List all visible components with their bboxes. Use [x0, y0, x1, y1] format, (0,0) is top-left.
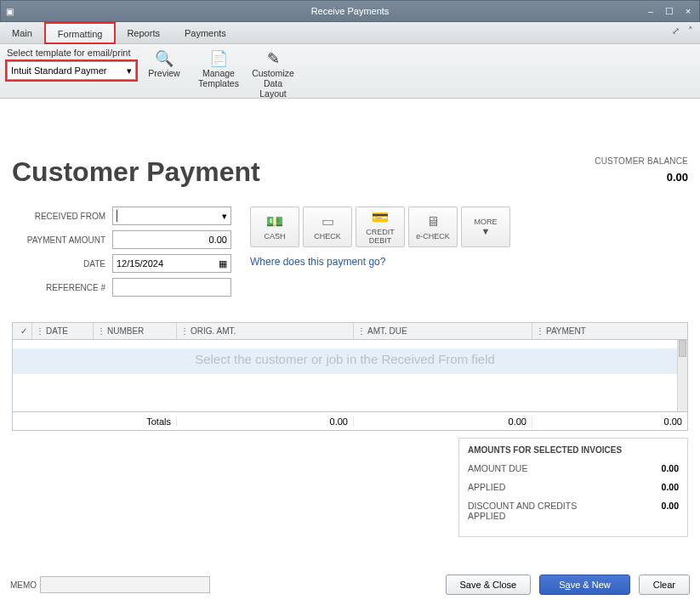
check-label: CHECK [314, 232, 341, 241]
chevron-down-icon: ▾ [127, 65, 132, 76]
date-value: 12/15/2024 [117, 258, 163, 269]
customer-balance-value: 0.00 [595, 171, 688, 184]
save-new-button[interactable]: Save & New [539, 575, 630, 595]
invoice-grid: ✓ ⋮DATE ⋮NUMBER ⋮ORIG. AMT. ⋮AMT. DUE ⋮P… [12, 322, 688, 431]
customer-balance-label: CUSTOMER BALANCE [595, 156, 688, 166]
date-label: DATE [12, 259, 112, 269]
column-payment[interactable]: ⋮PAYMENT [532, 323, 687, 339]
column-check[interactable]: ✓ [13, 323, 31, 339]
memo-input[interactable] [40, 576, 210, 593]
calendar-icon[interactable]: ▦ [219, 258, 227, 269]
save-close-button[interactable]: Save & Close [446, 575, 532, 595]
check-icon: ▭ [322, 213, 334, 229]
discount-value: 0.00 [662, 501, 679, 521]
window-menu-icon[interactable]: ▣ [6, 7, 14, 16]
titlebar: ▣ Receive Payments – ☐ × [0, 0, 700, 22]
credit-label-2: DEBIT [369, 236, 392, 245]
echeck-label: e-CHECK [416, 232, 450, 241]
collapse-ribbon-icon[interactable]: ˄ [688, 25, 693, 37]
totals-label: Totals [13, 416, 176, 427]
more-label: MORE [475, 218, 498, 226]
grid-scrollbar[interactable] [677, 340, 687, 411]
preview-button[interactable]: 🔍 Preview [138, 48, 191, 80]
manage-templates-label-1: Manage [202, 68, 235, 78]
payment-help-link[interactable]: Where does this payment go? [250, 256, 385, 268]
cash-label: CASH [264, 232, 285, 241]
cash-button[interactable]: 💵 CASH [250, 207, 299, 247]
customize-label-2: Data Layout [250, 78, 296, 99]
preview-label: Preview [148, 68, 179, 78]
expand-icon[interactable]: ⤢ [672, 25, 680, 37]
ribbon: Select template for email/print Intuit S… [0, 44, 700, 99]
template-select-value: Intuit Standard Paymer [11, 65, 107, 76]
payment-amount-label: PAYMENT AMOUNT [12, 235, 112, 245]
manage-templates-label-2: Templates [198, 78, 239, 88]
cash-icon: 💵 [266, 213, 283, 229]
template-label: Select template for email/print [7, 48, 131, 58]
memo-label: MEMO [10, 580, 37, 590]
amount-due-label: AMOUNT DUE [468, 463, 527, 473]
tab-bar: Main Formatting Reports Payments ⤢ ˄ [0, 22, 700, 44]
column-orig-amt[interactable]: ⋮ORIG. AMT. [176, 323, 353, 339]
check-button[interactable]: ▭ CHECK [303, 207, 352, 247]
discount-label: DISCOUNT AND CREDITSAPPLIED [468, 501, 577, 521]
more-payment-button[interactable]: MORE ▼ [461, 207, 510, 247]
page-heading: Customer Payment [12, 156, 260, 188]
manage-templates-button[interactable]: 📄 Manage Templates [192, 48, 245, 90]
totals-due: 0.00 [353, 416, 532, 427]
selected-title: AMOUNTS FOR SELECTED INVOICES [468, 445, 679, 455]
chevron-down-icon: ▼ [481, 226, 491, 236]
tab-formatting[interactable]: Formatting [45, 22, 116, 43]
template-select[interactable]: Intuit Standard Paymer ▾ [7, 61, 136, 80]
payment-amount-input[interactable] [112, 230, 231, 249]
reference-input[interactable] [112, 278, 231, 297]
tab-main[interactable]: Main [0, 22, 45, 43]
customize-layout-button[interactable]: ✎ Customize Data Layout [247, 48, 299, 100]
credit-label-1: CREDIT [366, 228, 395, 236]
minimize-button[interactable]: – [645, 6, 657, 17]
window-title: Receive Payments [311, 6, 390, 16]
grid-placeholder: Select the customer or job in the Receiv… [13, 352, 677, 366]
card-icon: 💳 [372, 209, 389, 225]
credit-debit-button[interactable]: 💳 CREDIT DEBIT [356, 207, 405, 247]
received-from-select[interactable]: ▾ [112, 207, 231, 225]
customize-icon: ✎ [267, 49, 280, 68]
column-date[interactable]: ⋮DATE [31, 323, 93, 339]
applied-value: 0.00 [662, 482, 679, 492]
echeck-icon: 🖥 [426, 214, 440, 229]
clear-button[interactable]: Clear [639, 575, 690, 595]
selected-invoices-panel: AMOUNTS FOR SELECTED INVOICES AMOUNT DUE… [458, 438, 688, 537]
amount-due-value: 0.00 [662, 463, 679, 473]
date-input[interactable]: 12/15/2024 ▦ [112, 254, 231, 273]
templates-icon: 📄 [209, 49, 228, 68]
tab-reports[interactable]: Reports [115, 22, 173, 43]
preview-icon: 🔍 [155, 49, 174, 68]
chevron-down-icon: ▾ [222, 211, 227, 222]
totals-orig: 0.00 [176, 416, 353, 427]
totals-pay: 0.00 [532, 416, 687, 427]
applied-label: APPLIED [468, 482, 505, 492]
reference-label: REFERENCE # [12, 283, 112, 292]
tab-payments[interactable]: Payments [173, 22, 239, 43]
close-button[interactable]: × [682, 6, 694, 17]
echeck-button[interactable]: 🖥 e-CHECK [408, 207, 458, 247]
column-amt-due[interactable]: ⋮AMT. DUE [353, 323, 532, 339]
maximize-button[interactable]: ☐ [663, 6, 675, 17]
received-from-label: RECEIVED FROM [12, 212, 112, 221]
customize-label-1: Customize [252, 68, 294, 78]
column-number[interactable]: ⋮NUMBER [93, 323, 176, 339]
